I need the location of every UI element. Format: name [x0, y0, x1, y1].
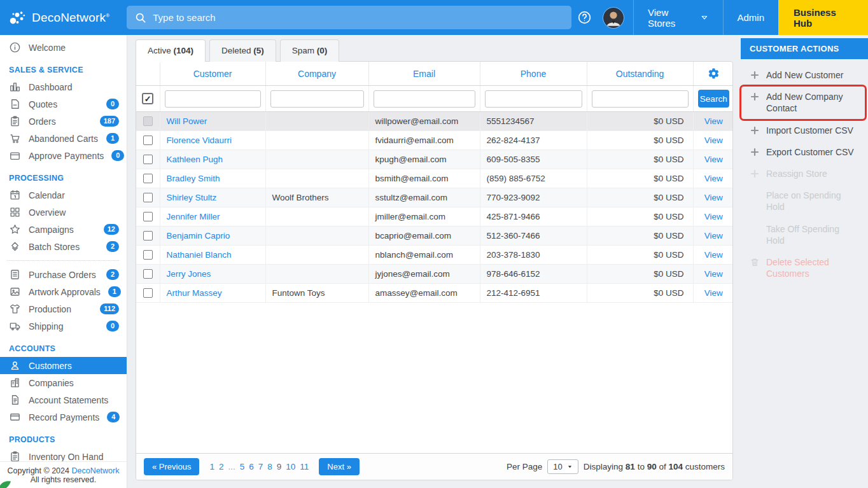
column-header-customer[interactable]: Customer [160, 62, 265, 86]
customer-link[interactable]: Florence Vidaurri [167, 136, 232, 145]
sidebar-item-production[interactable]: Production112 [0, 300, 127, 317]
previous-page-button[interactable]: « Previous [144, 458, 199, 475]
page-link-5[interactable]: 5 [240, 462, 245, 471]
column-header-outstanding[interactable]: Outstanding [587, 62, 693, 86]
page-link-8[interactable]: 8 [267, 462, 272, 471]
tab-spam[interactable]: Spam (0) [280, 39, 340, 62]
sidebar-item-calendar[interactable]: Calendar [0, 186, 127, 204]
select-all-checkbox[interactable]: ✓ [142, 93, 153, 104]
sidebar-item-shipping[interactable]: Shipping0 [0, 317, 127, 335]
customer-cell: Nathaniel Blanch [160, 246, 265, 265]
view-link[interactable]: View [704, 136, 723, 145]
customer-link[interactable]: Jerry Jones [167, 269, 211, 279]
action-import-customer-csv[interactable]: Import Customer CSV [741, 120, 865, 141]
filter-input-customer[interactable] [165, 90, 261, 108]
per-page-select[interactable]: 10 [547, 459, 578, 474]
page-link-11[interactable]: 11 [300, 462, 309, 471]
action-export-customer-csv[interactable]: Export Customer CSV [741, 141, 865, 163]
sidebar-item-companies[interactable]: Companies [0, 374, 127, 391]
per-page-label: Per Page [507, 462, 542, 471]
row-checkbox[interactable] [143, 193, 153, 202]
global-search[interactable] [127, 6, 571, 29]
sidebar-item-overview[interactable]: Overview [0, 204, 127, 221]
row-checkbox[interactable] [143, 288, 153, 298]
app-logo[interactable]: DecoNetwork® [0, 8, 123, 27]
customer-link[interactable]: Jennifer Miller [167, 212, 220, 221]
action-add-new-customer[interactable]: Add New Customer [741, 64, 865, 86]
admin-button[interactable]: Admin [723, 0, 779, 35]
customer-link[interactable]: Shirley Stultz [167, 193, 217, 202]
gear-icon[interactable] [708, 67, 720, 80]
customer-row: Jennifer Millerjmiller@email.com425-871-… [136, 207, 733, 227]
filter-input-outstanding[interactable] [592, 90, 689, 108]
view-cell: View [693, 131, 733, 150]
view-link[interactable]: View [704, 155, 723, 164]
row-select-cell [136, 169, 160, 188]
page-link-1[interactable]: 1 [209, 462, 214, 471]
view-link[interactable]: View [704, 212, 723, 221]
search-button[interactable]: Search [698, 90, 730, 108]
sidebar-item-approve-payments[interactable]: Approve Payments0 [0, 147, 127, 164]
sidebar-item-account-statements[interactable]: Account Statements [0, 391, 127, 408]
view-stores-button[interactable]: View Stores [633, 0, 723, 35]
sidebar-item-customers[interactable]: Customers [0, 357, 127, 374]
customer-link[interactable]: Arthur Massey [167, 288, 222, 298]
customer-link[interactable]: Will Power [167, 116, 207, 126]
select-all-cell: ✓ [136, 86, 160, 112]
business-hub-button[interactable]: Business Hub [778, 0, 868, 35]
sidebar-item-batch-stores[interactable]: Batch Stores2 [0, 238, 127, 255]
sidebar-item-abandoned-carts[interactable]: Abandoned Carts1 [0, 130, 127, 147]
next-page-button[interactable]: Next » [319, 458, 360, 475]
customer-link[interactable]: Nathaniel Blanch [167, 250, 232, 260]
column-header-email[interactable]: Email [368, 62, 480, 86]
column-header-company[interactable]: Company [265, 62, 368, 86]
row-checkbox[interactable] [143, 269, 153, 279]
row-checkbox[interactable] [143, 136, 153, 145]
filter-input-company[interactable] [270, 90, 364, 108]
page-link-6[interactable]: 6 [249, 462, 254, 471]
help-button[interactable] [571, 10, 598, 25]
sidebar-item-quotes[interactable]: Quotes0 [0, 95, 127, 113]
search-input[interactable] [153, 12, 564, 23]
customer-link[interactable]: Kathleen Pugh [167, 155, 223, 164]
action-label: Add New Customer [766, 69, 843, 81]
row-checkbox[interactable] [143, 174, 153, 183]
sidebar-item-dashboard[interactable]: Dashboard [0, 78, 127, 95]
tab-deleted[interactable]: Deleted (5) [209, 39, 276, 62]
view-link[interactable]: View [704, 193, 723, 202]
tab-active[interactable]: Active (104) [136, 39, 206, 62]
filter-input-phone[interactable] [485, 90, 582, 108]
view-link[interactable]: View [704, 250, 723, 260]
view-link[interactable]: View [704, 116, 723, 126]
row-checkbox[interactable] [143, 212, 153, 221]
row-select-cell [136, 112, 160, 131]
sidebar-item-artwork-approvals[interactable]: Artwork Approvals1 [0, 283, 127, 300]
action-add-new-company-contact[interactable]: Add New Company Contact [741, 86, 865, 119]
outstanding-cell: $0 USD [587, 150, 693, 169]
sidebar-item-welcome[interactable]: Welcome [0, 39, 127, 56]
customer-link[interactable]: Benjamin Caprio [167, 231, 230, 241]
page-link-10[interactable]: 10 [286, 462, 295, 471]
view-link[interactable]: View [704, 174, 723, 183]
row-checkbox[interactable] [143, 250, 153, 260]
sidebar-item-purchase-orders[interactable]: Purchase Orders2 [0, 266, 127, 283]
row-checkbox[interactable] [143, 231, 153, 241]
deconetwork-link[interactable]: DecoNetwork [71, 466, 119, 475]
filter-input-email[interactable] [374, 90, 475, 108]
column-header-phone[interactable]: Phone [480, 62, 587, 86]
view-link[interactable]: View [704, 269, 723, 279]
company-cell: Woolf Brothers [265, 188, 368, 207]
deco-flower-icon [8, 8, 27, 27]
row-checkbox[interactable] [143, 155, 153, 164]
sidebar-item-campaigns[interactable]: Campaigns12 [0, 221, 127, 238]
sidebar-item-label: Orders [29, 116, 92, 127]
filter-row: ✓Search [136, 86, 733, 112]
sidebar-item-record-payments[interactable]: Record Payments4 [0, 408, 127, 426]
sidebar-item-orders[interactable]: Orders187 [0, 113, 127, 130]
page-link-7[interactable]: 7 [258, 462, 263, 471]
view-link[interactable]: View [704, 288, 723, 298]
page-link-2[interactable]: 2 [219, 462, 224, 471]
customer-link[interactable]: Bradley Smith [167, 174, 220, 183]
user-avatar[interactable] [603, 7, 624, 29]
view-link[interactable]: View [704, 231, 723, 241]
